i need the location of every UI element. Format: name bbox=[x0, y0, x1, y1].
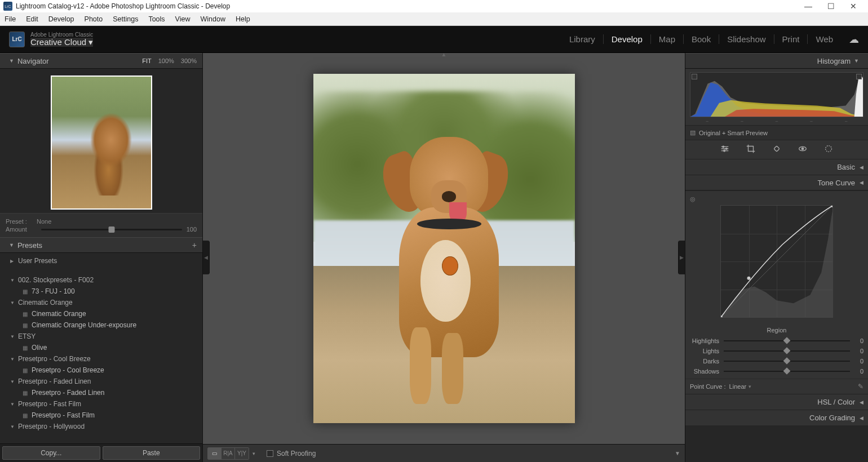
edit-point-curve-icon[interactable]: ✎ bbox=[858, 383, 863, 390]
zoom-fit[interactable]: FIT bbox=[142, 57, 152, 64]
minimize-button[interactable]: — bbox=[797, 2, 820, 11]
target-adjust-icon[interactable]: ◎ bbox=[690, 196, 863, 203]
expand-triangle-icon[interactable]: ▼ bbox=[10, 334, 18, 339]
redeye-tool-icon[interactable] bbox=[798, 144, 808, 156]
before-after-lr-icon[interactable]: R|A bbox=[222, 448, 235, 459]
histogram-title: Histogram bbox=[817, 57, 851, 65]
expand-triangle-icon[interactable]: ◀ bbox=[860, 415, 863, 421]
left-edge-handle[interactable]: ◀ bbox=[203, 241, 210, 274]
preset-group[interactable]: ▼Presetpro - Faded Linen bbox=[0, 376, 202, 387]
menu-photo[interactable]: Photo bbox=[85, 15, 103, 23]
menu-tools[interactable]: Tools bbox=[148, 15, 165, 23]
preset-group[interactable]: ▼Presetpro - Cool Breeze bbox=[0, 353, 202, 365]
identity-plate[interactable]: Adobe Lightroom Classic Creative Cloud ▾ bbox=[30, 32, 93, 47]
preset-group[interactable]: ▶User Presets bbox=[0, 255, 202, 266]
menu-view[interactable]: View bbox=[175, 15, 191, 23]
module-web[interactable]: Web bbox=[808, 34, 841, 44]
preset-group[interactable]: ▼Presetpro - Hollywood bbox=[0, 421, 202, 432]
preset-item[interactable]: ▦Cinematic Orange Under-exposure bbox=[0, 319, 202, 331]
preset-item[interactable]: ▦Olive bbox=[0, 342, 202, 353]
tone-slider[interactable] bbox=[724, 340, 850, 341]
expand-triangle-icon[interactable]: ◀ bbox=[860, 165, 863, 170]
basic-panel-header[interactable]: Basic ◀ bbox=[685, 159, 868, 175]
close-button[interactable]: ✕ bbox=[842, 2, 865, 11]
zoom-300[interactable]: 300% bbox=[181, 57, 197, 64]
view-mode-group: ▭ R|A Y|Y bbox=[207, 447, 249, 460]
module-map[interactable]: Map bbox=[651, 34, 684, 44]
menu-help[interactable]: Help bbox=[236, 15, 250, 23]
dropdown-icon[interactable]: ▾ bbox=[749, 384, 751, 389]
preset-item[interactable]: ▦73 - FUJ - 100 bbox=[0, 286, 202, 297]
histogram-canvas[interactable] bbox=[690, 72, 863, 117]
toolbar-dropdown-icon[interactable]: ▼ bbox=[675, 450, 680, 456]
preset-item-label: Olive bbox=[32, 344, 47, 352]
preset-thumb-icon: ▦ bbox=[23, 322, 32, 328]
module-print[interactable]: Print bbox=[774, 34, 808, 44]
shadow-clip-icon[interactable] bbox=[692, 74, 697, 79]
menu-window[interactable]: Window bbox=[200, 15, 225, 23]
point-curve-value[interactable]: Linear bbox=[729, 383, 747, 390]
soft-proofing-checkbox[interactable] bbox=[267, 450, 273, 457]
masking-tool-icon[interactable] bbox=[823, 144, 834, 156]
maximize-button[interactable]: ☐ bbox=[820, 2, 842, 11]
cloud-sync-icon[interactable]: ☁ bbox=[849, 33, 859, 46]
tone-slider[interactable] bbox=[724, 371, 850, 372]
highlight-clip-icon[interactable] bbox=[856, 74, 862, 79]
zoom-100[interactable]: 100% bbox=[158, 57, 174, 64]
preset-item[interactable]: ▦Cinematic Orange bbox=[0, 308, 202, 319]
hsl-title: HSL / Color bbox=[817, 398, 855, 406]
histogram-header[interactable]: Histogram ▼ bbox=[685, 53, 868, 69]
crop-tool-icon[interactable] bbox=[746, 144, 756, 156]
tone-slider[interactable] bbox=[724, 361, 850, 362]
loupe-view-icon[interactable]: ▭ bbox=[208, 448, 222, 459]
copy-button[interactable]: Copy... bbox=[2, 446, 100, 460]
add-preset-icon[interactable]: + bbox=[192, 241, 197, 250]
expand-triangle-icon[interactable]: ▼ bbox=[10, 278, 18, 283]
preset-group[interactable]: ▼Cinematic Orange bbox=[0, 297, 202, 308]
collapse-triangle-icon[interactable]: ◀ bbox=[860, 180, 863, 185]
preview-icon: ▧ bbox=[690, 129, 696, 136]
navigator-body bbox=[0, 69, 202, 213]
expand-triangle-icon[interactable]: ▼ bbox=[10, 402, 18, 407]
module-library[interactable]: Library bbox=[561, 34, 604, 44]
module-develop[interactable]: Develop bbox=[604, 34, 651, 44]
tone-slider[interactable] bbox=[724, 350, 850, 352]
canvas[interactable] bbox=[203, 53, 685, 444]
preset-group[interactable]: ▼Presetpro - Fast Film bbox=[0, 398, 202, 410]
healing-tool-icon[interactable] bbox=[772, 144, 782, 156]
menu-file[interactable]: File bbox=[5, 15, 16, 23]
menu-settings[interactable]: Settings bbox=[113, 15, 138, 23]
before-after-tb-icon[interactable]: Y|Y bbox=[235, 448, 249, 459]
menu-develop[interactable]: Develop bbox=[48, 15, 74, 23]
preset-item[interactable]: ▦Presetpro - Fast Film bbox=[0, 410, 202, 421]
collapse-triangle-icon[interactable]: ▼ bbox=[9, 242, 14, 248]
expand-triangle-icon[interactable]: ▼ bbox=[10, 424, 18, 429]
right-edge-handle[interactable]: ▶ bbox=[678, 241, 685, 274]
preset-item[interactable]: ▦Presetpro - Cool Breeze bbox=[0, 365, 202, 376]
presets-header[interactable]: ▼ Presets + bbox=[0, 237, 202, 253]
expand-triangle-icon[interactable]: ▼ bbox=[10, 300, 18, 305]
preset-group[interactable]: ▼002. Stockpresets - F002 bbox=[0, 274, 202, 286]
navigator-thumbnail[interactable] bbox=[51, 75, 152, 210]
view-mode-dropdown-icon[interactable]: ▾ bbox=[253, 451, 255, 456]
main-photo[interactable] bbox=[313, 74, 575, 423]
hsl-panel-header[interactable]: HSL / Color ◀ bbox=[685, 394, 868, 410]
module-book[interactable]: Book bbox=[684, 34, 719, 44]
color-grading-header[interactable]: Color Grading ◀ bbox=[685, 410, 868, 425]
collapse-triangle-icon[interactable]: ▼ bbox=[9, 58, 14, 64]
preset-item[interactable]: ▦Presetpro - Faded Linen bbox=[0, 387, 202, 398]
collapse-triangle-icon[interactable]: ▼ bbox=[854, 58, 859, 64]
expand-triangle-icon[interactable]: ▼ bbox=[10, 379, 18, 384]
paste-button[interactable]: Paste bbox=[103, 446, 201, 460]
navigator-header[interactable]: ▼ Navigator FIT 100% 300% bbox=[0, 53, 202, 69]
expand-triangle-icon[interactable]: ▼ bbox=[10, 357, 18, 362]
menu-edit[interactable]: Edit bbox=[26, 15, 38, 23]
preset-group[interactable]: ▼ETSY bbox=[0, 331, 202, 342]
module-slideshow[interactable]: Slideshow bbox=[719, 34, 774, 44]
tone-curve-header[interactable]: Tone Curve ◀ bbox=[685, 175, 868, 190]
edit-tool-icon[interactable] bbox=[720, 144, 730, 156]
expand-triangle-icon[interactable]: ◀ bbox=[860, 399, 863, 405]
amount-slider[interactable] bbox=[41, 229, 182, 230]
collapse-triangle-icon[interactable]: ▶ bbox=[10, 259, 18, 264]
tone-curve-graph[interactable] bbox=[720, 205, 833, 318]
